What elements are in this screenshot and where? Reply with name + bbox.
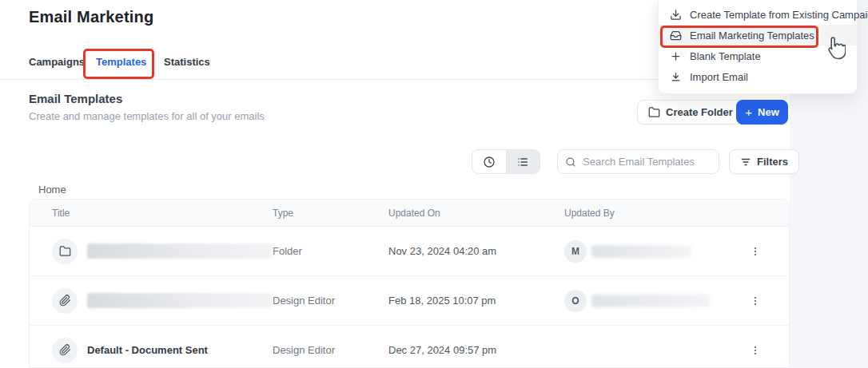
list-icon [516, 156, 529, 168]
templates-table: Title Type Updated On Updated By Folder … [29, 199, 790, 368]
paperclip-icon [52, 288, 78, 314]
redacted-title [87, 243, 273, 259]
filters-button[interactable]: Filters [729, 149, 799, 174]
menu-item-label: Import Email [690, 71, 748, 83]
plus-icon [670, 50, 682, 62]
row-updated-on: Feb 18, 2025 10:07 pm [388, 295, 564, 307]
folder-icon [648, 106, 660, 118]
tab-templates[interactable]: Templates [96, 56, 146, 68]
filters-label: Filters [757, 156, 788, 168]
redacted-user-name [591, 245, 691, 258]
section-title: Email Templates [29, 92, 122, 105]
search-input[interactable] [581, 155, 719, 168]
clock-icon [483, 156, 496, 168]
folder-icon [52, 239, 78, 264]
download-tray-icon [670, 9, 682, 21]
filter-icon [740, 156, 751, 168]
new-button-label: New [758, 106, 779, 118]
row-actions-kebab-icon[interactable] [744, 339, 766, 362]
tab-campaigns[interactable]: Campaigns [29, 56, 85, 68]
import-icon [670, 71, 682, 83]
new-button[interactable]: + New [736, 100, 788, 125]
search-box [557, 149, 719, 174]
row-updated-on: Dec 27, 2024 09:57 pm [388, 344, 564, 356]
column-header-updated-by: Updated By [564, 208, 744, 219]
menu-item-create-from-campaign[interactable]: Create Template from Existing Campaign [659, 4, 857, 25]
avatar: M [564, 240, 587, 263]
row-updated-on: Nov 23, 2024 04:20 am [388, 245, 564, 257]
row-type: Folder [273, 245, 388, 257]
table-row[interactable]: Design Editor Feb 18, 2025 10:07 pm O [30, 276, 789, 326]
row-type: Design Editor [273, 295, 388, 307]
tab-statistics[interactable]: Statistics [164, 56, 210, 68]
column-header-type: Type [273, 208, 388, 219]
menu-item-label: Create Template from Existing Campaign [690, 9, 868, 21]
column-header-updated-on: Updated On [388, 208, 564, 219]
page-title: Email Marketing [29, 8, 153, 26]
table-header-row: Title Type Updated On Updated By [30, 200, 789, 227]
row-title: Default - Document Sent [87, 344, 208, 356]
new-template-dropdown-menu: Create Template from Existing Campaign E… [658, 0, 858, 94]
menu-item-blank-template[interactable]: Blank Template [659, 46, 857, 66]
row-actions-kebab-icon[interactable] [744, 290, 766, 312]
inbox-icon [670, 30, 682, 42]
plus-icon: + [745, 106, 752, 118]
create-folder-label: Create Folder [666, 106, 733, 118]
paperclip-icon [52, 338, 78, 363]
list-view-button[interactable] [506, 150, 540, 173]
menu-item-label: Blank Template [690, 50, 761, 62]
recent-view-button[interactable] [472, 150, 506, 173]
menu-item-email-marketing-templates[interactable]: Email Marketing Templates [659, 25, 857, 46]
menu-item-label: Email Marketing Templates [690, 30, 814, 42]
row-actions-kebab-icon[interactable] [744, 240, 766, 263]
avatar: O [564, 290, 587, 312]
section-subtitle: Create and manage templates for all of y… [29, 110, 265, 122]
row-type: Design Editor [273, 344, 388, 356]
breadcrumb-home[interactable]: Home [38, 184, 66, 196]
email-marketing-screen: Email Marketing Campaigns Templates Stat… [0, 0, 868, 368]
view-toggle [472, 149, 540, 174]
redacted-title [87, 293, 273, 308]
search-icon [565, 156, 576, 168]
redacted-user-name [591, 295, 710, 307]
column-header-title: Title [30, 208, 273, 219]
table-row[interactable]: Default - Document Sent Design Editor De… [30, 326, 789, 368]
menu-item-import-email[interactable]: Import Email [659, 66, 857, 87]
table-row[interactable]: Folder Nov 23, 2024 04:20 am M [30, 227, 789, 276]
create-folder-button[interactable]: Create Folder [637, 100, 744, 125]
